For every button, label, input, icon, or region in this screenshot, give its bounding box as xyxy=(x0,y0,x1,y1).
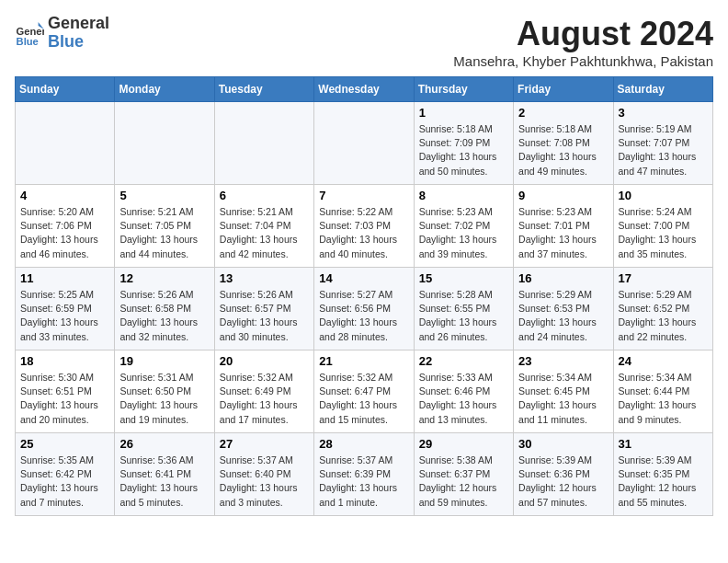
calendar-table: SundayMondayTuesdayWednesdayThursdayFrid… xyxy=(15,76,713,516)
day-number: 5 xyxy=(119,189,209,202)
day-number: 28 xyxy=(319,437,408,451)
day-number: 4 xyxy=(20,189,109,202)
day-number: 14 xyxy=(319,271,408,285)
day-number: 16 xyxy=(518,271,608,285)
day-info: Sunrise: 5:32 AM Sunset: 6:47 PM Dayligh… xyxy=(319,371,408,427)
day-number: 2 xyxy=(518,106,608,120)
calendar-cell: 9Sunrise: 5:23 AM Sunset: 7:01 PM Daylig… xyxy=(514,185,613,268)
day-number: 24 xyxy=(619,354,708,368)
day-info: Sunrise: 5:37 AM Sunset: 6:40 PM Dayligh… xyxy=(220,454,309,510)
logo-icon: General Blue xyxy=(15,18,44,48)
day-info: Sunrise: 5:39 AM Sunset: 6:35 PM Dayligh… xyxy=(619,454,708,510)
day-number: 30 xyxy=(518,437,608,451)
logo: General Blue General Blue xyxy=(15,15,109,52)
header-cell-saturday: Saturday xyxy=(613,77,712,102)
day-info: Sunrise: 5:35 AM Sunset: 6:42 PM Dayligh… xyxy=(20,454,109,510)
calendar-cell: 7Sunrise: 5:22 AM Sunset: 7:03 PM Daylig… xyxy=(314,185,414,268)
header-cell-monday: Monday xyxy=(115,77,214,102)
calendar-cell: 23Sunrise: 5:34 AM Sunset: 6:45 PM Dayli… xyxy=(514,350,613,433)
calendar-week-4: 18Sunrise: 5:30 AM Sunset: 6:51 PM Dayli… xyxy=(16,350,713,433)
title-block: August 2024 Mansehra, Khyber Pakhtunkhwa… xyxy=(453,15,713,69)
day-number: 15 xyxy=(419,271,508,285)
day-number: 6 xyxy=(220,189,309,202)
subtitle: Mansehra, Khyber Pakhtunkhwa, Pakistan xyxy=(453,53,713,69)
calendar-cell: 17Sunrise: 5:29 AM Sunset: 6:52 PM Dayli… xyxy=(613,268,712,350)
day-info: Sunrise: 5:19 AM Sunset: 7:07 PM Dayligh… xyxy=(619,122,708,178)
calendar-cell: 10Sunrise: 5:24 AM Sunset: 7:00 PM Dayli… xyxy=(613,185,712,268)
calendar-week-3: 11Sunrise: 5:25 AM Sunset: 6:59 PM Dayli… xyxy=(16,268,713,350)
calendar-cell: 29Sunrise: 5:38 AM Sunset: 6:37 PM Dayli… xyxy=(414,433,513,516)
calendar-cell: 24Sunrise: 5:34 AM Sunset: 6:44 PM Dayli… xyxy=(613,350,712,433)
calendar-cell: 11Sunrise: 5:25 AM Sunset: 6:59 PM Dayli… xyxy=(16,268,115,350)
calendar-cell xyxy=(314,102,414,185)
logo-general: General xyxy=(48,15,109,33)
calendar-cell: 13Sunrise: 5:26 AM Sunset: 6:57 PM Dayli… xyxy=(214,268,313,350)
day-info: Sunrise: 5:20 AM Sunset: 7:06 PM Dayligh… xyxy=(20,205,109,261)
day-info: Sunrise: 5:22 AM Sunset: 7:03 PM Dayligh… xyxy=(319,205,408,261)
calendar-cell: 27Sunrise: 5:37 AM Sunset: 6:40 PM Dayli… xyxy=(214,433,313,516)
calendar-cell: 30Sunrise: 5:39 AM Sunset: 6:36 PM Dayli… xyxy=(514,433,613,516)
day-number: 31 xyxy=(619,437,708,451)
day-info: Sunrise: 5:18 AM Sunset: 7:08 PM Dayligh… xyxy=(518,122,608,178)
calendar-cell: 3Sunrise: 5:19 AM Sunset: 7:07 PM Daylig… xyxy=(613,102,712,185)
calendar-cell: 21Sunrise: 5:32 AM Sunset: 6:47 PM Dayli… xyxy=(314,350,414,433)
header-cell-wednesday: Wednesday xyxy=(314,77,414,102)
svg-text:General: General xyxy=(17,25,44,36)
day-info: Sunrise: 5:28 AM Sunset: 6:55 PM Dayligh… xyxy=(419,288,508,344)
header-cell-sunday: Sunday xyxy=(16,77,115,102)
header-cell-thursday: Thursday xyxy=(414,77,513,102)
day-info: Sunrise: 5:34 AM Sunset: 6:44 PM Dayligh… xyxy=(619,371,708,427)
day-number: 10 xyxy=(619,189,708,202)
day-number: 8 xyxy=(419,189,508,202)
calendar-cell: 4Sunrise: 5:20 AM Sunset: 7:06 PM Daylig… xyxy=(16,185,115,268)
day-info: Sunrise: 5:34 AM Sunset: 6:45 PM Dayligh… xyxy=(518,371,608,427)
day-info: Sunrise: 5:25 AM Sunset: 6:59 PM Dayligh… xyxy=(20,288,109,344)
day-info: Sunrise: 5:26 AM Sunset: 6:57 PM Dayligh… xyxy=(220,288,309,344)
calendar-cell: 18Sunrise: 5:30 AM Sunset: 6:51 PM Dayli… xyxy=(16,350,115,433)
calendar-cell xyxy=(115,102,214,185)
calendar-cell: 31Sunrise: 5:39 AM Sunset: 6:35 PM Dayli… xyxy=(613,433,712,516)
day-number: 3 xyxy=(619,106,708,120)
day-info: Sunrise: 5:39 AM Sunset: 6:36 PM Dayligh… xyxy=(518,454,608,510)
calendar-cell: 8Sunrise: 5:23 AM Sunset: 7:02 PM Daylig… xyxy=(414,185,513,268)
day-number: 1 xyxy=(419,106,508,120)
main-title: August 2024 xyxy=(453,15,713,53)
day-number: 21 xyxy=(319,354,408,368)
calendar-cell: 5Sunrise: 5:21 AM Sunset: 7:05 PM Daylig… xyxy=(115,185,214,268)
day-info: Sunrise: 5:27 AM Sunset: 6:56 PM Dayligh… xyxy=(319,288,408,344)
day-info: Sunrise: 5:32 AM Sunset: 6:49 PM Dayligh… xyxy=(220,371,309,427)
day-info: Sunrise: 5:26 AM Sunset: 6:58 PM Dayligh… xyxy=(119,288,209,344)
calendar-cell: 6Sunrise: 5:21 AM Sunset: 7:04 PM Daylig… xyxy=(214,185,313,268)
day-info: Sunrise: 5:29 AM Sunset: 6:52 PM Dayligh… xyxy=(619,288,708,344)
day-info: Sunrise: 5:36 AM Sunset: 6:41 PM Dayligh… xyxy=(119,454,209,510)
day-number: 29 xyxy=(419,437,508,451)
calendar-cell: 26Sunrise: 5:36 AM Sunset: 6:41 PM Dayli… xyxy=(115,433,214,516)
day-info: Sunrise: 5:38 AM Sunset: 6:37 PM Dayligh… xyxy=(419,454,508,510)
day-info: Sunrise: 5:33 AM Sunset: 6:46 PM Dayligh… xyxy=(419,371,508,427)
calendar-cell: 25Sunrise: 5:35 AM Sunset: 6:42 PM Dayli… xyxy=(16,433,115,516)
day-number: 9 xyxy=(518,189,608,202)
day-number: 26 xyxy=(119,437,209,451)
day-info: Sunrise: 5:24 AM Sunset: 7:00 PM Dayligh… xyxy=(619,205,708,261)
day-info: Sunrise: 5:30 AM Sunset: 6:51 PM Dayligh… xyxy=(20,371,109,427)
day-info: Sunrise: 5:37 AM Sunset: 6:39 PM Dayligh… xyxy=(319,454,408,510)
day-number: 19 xyxy=(119,354,209,368)
day-number: 13 xyxy=(220,271,309,285)
day-number: 18 xyxy=(20,354,109,368)
header-row: SundayMondayTuesdayWednesdayThursdayFrid… xyxy=(16,77,713,102)
calendar-cell: 28Sunrise: 5:37 AM Sunset: 6:39 PM Dayli… xyxy=(314,433,414,516)
day-info: Sunrise: 5:23 AM Sunset: 7:02 PM Dayligh… xyxy=(419,205,508,261)
calendar-week-2: 4Sunrise: 5:20 AM Sunset: 7:06 PM Daylig… xyxy=(16,185,713,268)
day-info: Sunrise: 5:23 AM Sunset: 7:01 PM Dayligh… xyxy=(518,205,608,261)
header-cell-friday: Friday xyxy=(514,77,613,102)
svg-text:Blue: Blue xyxy=(17,36,39,47)
day-info: Sunrise: 5:18 AM Sunset: 7:09 PM Dayligh… xyxy=(419,122,508,178)
day-info: Sunrise: 5:21 AM Sunset: 7:05 PM Dayligh… xyxy=(119,205,209,261)
calendar-cell: 16Sunrise: 5:29 AM Sunset: 6:53 PM Dayli… xyxy=(514,268,613,350)
calendar-cell: 12Sunrise: 5:26 AM Sunset: 6:58 PM Dayli… xyxy=(115,268,214,350)
day-number: 22 xyxy=(419,354,508,368)
calendar-week-5: 25Sunrise: 5:35 AM Sunset: 6:42 PM Dayli… xyxy=(16,433,713,516)
calendar-cell: 2Sunrise: 5:18 AM Sunset: 7:08 PM Daylig… xyxy=(514,102,613,185)
day-number: 20 xyxy=(220,354,309,368)
day-number: 11 xyxy=(20,271,109,285)
